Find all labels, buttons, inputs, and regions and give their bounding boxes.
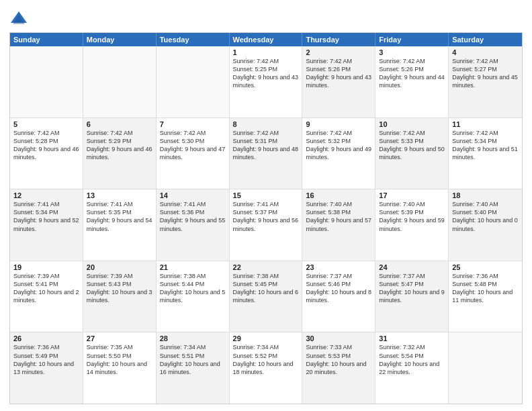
calendar: SundayMondayTuesdayWednesdayThursdayFrid…: [9, 32, 523, 404]
calendar-cell: 29Sunrise: 7:34 AM Sunset: 5:52 PM Dayli…: [230, 332, 303, 404]
calendar-cell: 5Sunrise: 7:42 AM Sunset: 5:28 PM Daylig…: [10, 118, 83, 189]
calendar-cell: [83, 46, 157, 118]
cell-info: Sunrise: 7:42 AM Sunset: 5:34 PM Dayligh…: [452, 129, 519, 162]
header-day-monday: Monday: [83, 33, 157, 46]
calendar-cell: 27Sunrise: 7:35 AM Sunset: 5:50 PM Dayli…: [83, 332, 157, 404]
day-number: 19: [13, 263, 79, 271]
day-number: 10: [379, 120, 445, 128]
header-day-friday: Friday: [375, 33, 449, 46]
calendar-cell: 18Sunrise: 7:40 AM Sunset: 5:40 PM Dayli…: [449, 189, 522, 261]
cell-info: Sunrise: 7:41 AM Sunset: 5:34 PM Dayligh…: [13, 200, 79, 233]
cell-info: Sunrise: 7:34 AM Sunset: 5:51 PM Dayligh…: [160, 343, 226, 376]
day-number: 2: [306, 48, 371, 56]
day-number: 29: [233, 334, 299, 342]
calendar-cell: [10, 46, 83, 118]
calendar-cell: 17Sunrise: 7:40 AM Sunset: 5:39 PM Dayli…: [375, 189, 449, 261]
calendar-cell: 4Sunrise: 7:42 AM Sunset: 5:27 PM Daylig…: [449, 46, 522, 118]
cell-info: Sunrise: 7:42 AM Sunset: 5:25 PM Dayligh…: [233, 57, 299, 90]
header-day-thursday: Thursday: [302, 33, 375, 46]
calendar-cell: [449, 332, 522, 404]
day-number: 20: [87, 263, 152, 271]
day-number: 21: [160, 263, 226, 271]
calendar-cell: 19Sunrise: 7:39 AM Sunset: 5:41 PM Dayli…: [10, 261, 83, 332]
cell-info: Sunrise: 7:37 AM Sunset: 5:47 PM Dayligh…: [379, 272, 445, 305]
calendar-row-3: 19Sunrise: 7:39 AM Sunset: 5:41 PM Dayli…: [10, 261, 522, 333]
calendar-cell: 25Sunrise: 7:36 AM Sunset: 5:48 PM Dayli…: [449, 261, 522, 332]
cell-info: Sunrise: 7:42 AM Sunset: 5:33 PM Dayligh…: [379, 129, 445, 162]
header: [9, 7, 523, 28]
calendar-cell: 10Sunrise: 7:42 AM Sunset: 5:33 PM Dayli…: [375, 118, 449, 189]
cell-info: Sunrise: 7:42 AM Sunset: 5:26 PM Dayligh…: [379, 57, 445, 90]
calendar-cell: 8Sunrise: 7:42 AM Sunset: 5:31 PM Daylig…: [230, 118, 303, 189]
cell-info: Sunrise: 7:40 AM Sunset: 5:39 PM Dayligh…: [379, 200, 445, 233]
calendar-cell: 3Sunrise: 7:42 AM Sunset: 5:26 PM Daylig…: [375, 46, 449, 118]
calendar-cell: 26Sunrise: 7:36 AM Sunset: 5:49 PM Dayli…: [10, 332, 83, 404]
calendar-cell: 23Sunrise: 7:37 AM Sunset: 5:46 PM Dayli…: [302, 261, 375, 332]
day-number: 13: [87, 191, 152, 199]
page: SundayMondayTuesdayWednesdayThursdayFrid…: [0, 0, 532, 411]
day-number: 27: [87, 334, 152, 342]
cell-info: Sunrise: 7:42 AM Sunset: 5:26 PM Dayligh…: [306, 57, 371, 90]
day-number: 5: [13, 120, 79, 128]
day-number: 14: [160, 191, 226, 199]
day-number: 15: [233, 191, 299, 199]
day-number: 26: [13, 334, 79, 342]
day-number: 12: [13, 191, 79, 199]
calendar-cell: 14Sunrise: 7:41 AM Sunset: 5:36 PM Dayli…: [157, 189, 230, 261]
day-number: 24: [379, 263, 445, 271]
calendar-row-2: 12Sunrise: 7:41 AM Sunset: 5:34 PM Dayli…: [10, 189, 522, 261]
calendar-cell: 9Sunrise: 7:42 AM Sunset: 5:32 PM Daylig…: [302, 118, 375, 189]
cell-info: Sunrise: 7:35 AM Sunset: 5:50 PM Dayligh…: [87, 343, 152, 376]
day-number: 18: [452, 191, 519, 199]
calendar-cell: 6Sunrise: 7:42 AM Sunset: 5:29 PM Daylig…: [83, 118, 157, 189]
day-number: 9: [306, 120, 371, 128]
cell-info: Sunrise: 7:38 AM Sunset: 5:45 PM Dayligh…: [233, 272, 299, 305]
day-number: 11: [452, 120, 519, 128]
cell-info: Sunrise: 7:32 AM Sunset: 5:54 PM Dayligh…: [379, 343, 445, 376]
header-day-tuesday: Tuesday: [157, 33, 230, 46]
calendar-cell: 7Sunrise: 7:42 AM Sunset: 5:30 PM Daylig…: [157, 118, 230, 189]
day-number: 23: [306, 263, 371, 271]
day-number: 8: [233, 120, 299, 128]
day-number: 4: [452, 48, 519, 56]
day-number: 30: [306, 334, 371, 342]
calendar-cell: 20Sunrise: 7:39 AM Sunset: 5:43 PM Dayli…: [83, 261, 157, 332]
cell-info: Sunrise: 7:34 AM Sunset: 5:52 PM Dayligh…: [233, 343, 299, 376]
calendar-row-4: 26Sunrise: 7:36 AM Sunset: 5:49 PM Dayli…: [10, 332, 522, 404]
day-number: 16: [306, 191, 371, 199]
cell-info: Sunrise: 7:39 AM Sunset: 5:43 PM Dayligh…: [87, 272, 152, 305]
calendar-row-0: 1Sunrise: 7:42 AM Sunset: 5:25 PM Daylig…: [10, 46, 522, 118]
calendar-body: 1Sunrise: 7:42 AM Sunset: 5:25 PM Daylig…: [10, 46, 522, 404]
calendar-cell: 22Sunrise: 7:38 AM Sunset: 5:45 PM Dayli…: [230, 261, 303, 332]
cell-info: Sunrise: 7:42 AM Sunset: 5:28 PM Dayligh…: [13, 129, 79, 162]
cell-info: Sunrise: 7:37 AM Sunset: 5:46 PM Dayligh…: [306, 272, 371, 305]
day-number: 28: [160, 334, 226, 342]
calendar-cell: 30Sunrise: 7:33 AM Sunset: 5:53 PM Dayli…: [302, 332, 375, 404]
day-number: 31: [379, 334, 445, 342]
cell-info: Sunrise: 7:40 AM Sunset: 5:38 PM Dayligh…: [306, 200, 371, 233]
calendar-cell: 12Sunrise: 7:41 AM Sunset: 5:34 PM Dayli…: [10, 189, 83, 261]
header-day-sunday: Sunday: [10, 33, 83, 46]
calendar-cell: 13Sunrise: 7:41 AM Sunset: 5:35 PM Dayli…: [83, 189, 157, 261]
calendar-cell: 11Sunrise: 7:42 AM Sunset: 5:34 PM Dayli…: [449, 118, 522, 189]
cell-info: Sunrise: 7:42 AM Sunset: 5:29 PM Dayligh…: [87, 129, 152, 162]
logo: [9, 9, 31, 28]
calendar-header: SundayMondayTuesdayWednesdayThursdayFrid…: [10, 33, 522, 46]
day-number: 6: [87, 120, 152, 128]
cell-info: Sunrise: 7:41 AM Sunset: 5:35 PM Dayligh…: [87, 200, 152, 233]
header-day-wednesday: Wednesday: [230, 33, 303, 46]
cell-info: Sunrise: 7:42 AM Sunset: 5:27 PM Dayligh…: [452, 57, 519, 90]
logo-icon: [9, 9, 28, 28]
calendar-cell: 31Sunrise: 7:32 AM Sunset: 5:54 PM Dayli…: [375, 332, 449, 404]
cell-info: Sunrise: 7:38 AM Sunset: 5:44 PM Dayligh…: [160, 272, 226, 305]
day-number: 3: [379, 48, 445, 56]
cell-info: Sunrise: 7:41 AM Sunset: 5:37 PM Dayligh…: [233, 200, 299, 233]
calendar-cell: 28Sunrise: 7:34 AM Sunset: 5:51 PM Dayli…: [157, 332, 230, 404]
calendar-cell: 21Sunrise: 7:38 AM Sunset: 5:44 PM Dayli…: [157, 261, 230, 332]
day-number: 25: [452, 263, 519, 271]
calendar-cell: 16Sunrise: 7:40 AM Sunset: 5:38 PM Dayli…: [302, 189, 375, 261]
calendar-cell: 15Sunrise: 7:41 AM Sunset: 5:37 PM Dayli…: [230, 189, 303, 261]
cell-info: Sunrise: 7:36 AM Sunset: 5:48 PM Dayligh…: [452, 272, 519, 305]
calendar-cell: 24Sunrise: 7:37 AM Sunset: 5:47 PM Dayli…: [375, 261, 449, 332]
cell-info: Sunrise: 7:42 AM Sunset: 5:32 PM Dayligh…: [306, 129, 371, 162]
